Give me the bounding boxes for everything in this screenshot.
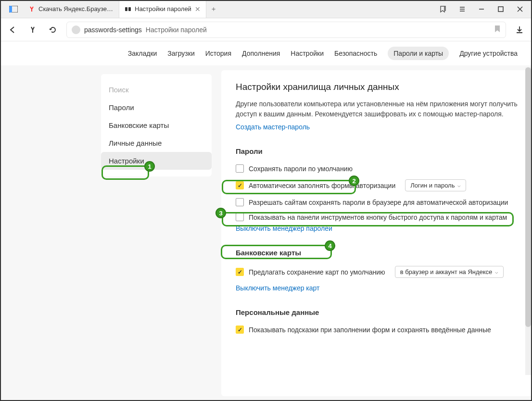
description-text: Другие пользователи компьютера или устан… xyxy=(236,99,518,119)
option-autofill[interactable]: Автоматически заполнять формы авторизаци… xyxy=(236,176,518,195)
sidebar-item-passwords[interactable]: Пароли xyxy=(101,99,212,116)
yandex-icon xyxy=(28,5,36,13)
nav-other-devices[interactable]: Другие устройства xyxy=(459,50,518,57)
tab-password-settings[interactable]: Настройки паролей ✕ xyxy=(119,0,206,18)
sidebar-toggle-icon[interactable] xyxy=(8,3,19,15)
sidebar-item-personal[interactable]: Личные данные xyxy=(101,134,212,152)
sidebar-item-label: Настройки xyxy=(109,157,144,165)
checkbox-personal-hints[interactable] xyxy=(236,326,244,334)
nav-downloads[interactable]: Загрузки xyxy=(167,50,194,57)
nav-passwords-cards[interactable]: Пароли и карты xyxy=(388,47,449,60)
badge-4: 4 xyxy=(325,240,335,251)
new-tab-button[interactable]: ＋ xyxy=(206,0,221,18)
option-save-default[interactable]: Сохранять пароли по умолчанию xyxy=(236,161,518,176)
url-secondary: Настройки паролей xyxy=(146,26,207,34)
autofill-mode-dropdown[interactable]: Логин и пароль xyxy=(405,179,466,191)
reload-button[interactable] xyxy=(46,23,60,37)
settings-icon xyxy=(124,5,132,13)
option-label: Показывать на панели инструментов кнопку… xyxy=(249,213,507,221)
svg-rect-3 xyxy=(128,7,131,11)
globe-icon xyxy=(72,25,80,34)
option-show-toolbar[interactable]: Показывать на панели инструментов кнопку… xyxy=(236,210,518,225)
checkbox-autofill[interactable] xyxy=(236,181,244,189)
menu-icon[interactable] xyxy=(457,4,467,14)
sidebar-item-settings[interactable]: Настройки xyxy=(101,152,212,170)
badge-3: 3 xyxy=(215,208,226,218)
tab-yandex-download[interactable]: Скачать Яндекс.Браузер д xyxy=(23,0,119,18)
address-field[interactable]: passwords-settings Настройки паролей xyxy=(66,22,506,38)
checkbox-save-default[interactable] xyxy=(236,164,244,173)
page-title: Настройки хранилища личных данных xyxy=(236,82,518,92)
maximize-button[interactable] xyxy=(496,4,506,14)
option-personal-hints[interactable]: Показывать подсказки при заполнении форм… xyxy=(236,322,518,337)
cards-mode-dropdown[interactable]: в браузер и аккаунт на Яндексе xyxy=(395,266,504,278)
option-label: Предлагать сохранение карт по умолчанию xyxy=(249,268,385,276)
badge-2: 2 xyxy=(349,175,359,186)
minimize-button[interactable] xyxy=(477,4,486,14)
checkbox-allow-sites[interactable] xyxy=(236,198,244,206)
svg-rect-2 xyxy=(125,7,127,11)
sidebar: Поиск Пароли Банковские карты Личные дан… xyxy=(101,74,212,176)
close-icon[interactable]: ✕ xyxy=(194,6,201,13)
back-button[interactable] xyxy=(6,23,19,37)
section-cards: Банковские карты xyxy=(236,249,518,257)
section-personal: Персональные данные xyxy=(236,308,518,316)
nav-history[interactable]: История xyxy=(205,50,231,57)
nav-settings[interactable]: Настройки xyxy=(291,50,324,57)
option-label: Показывать подсказки при заполнении форм… xyxy=(249,326,491,334)
option-label: Разрешать сайтам сохранять пароли в брау… xyxy=(249,199,508,206)
disable-cards-manager-link[interactable]: Выключить менеджер карт xyxy=(236,284,319,292)
main-panel: Настройки хранилища личных данных Другие… xyxy=(221,70,532,396)
nav-security[interactable]: Безопасность xyxy=(334,50,377,57)
tab-label: Настройки паролей xyxy=(135,5,191,13)
tab-label: Скачать Яндекс.Браузер д xyxy=(38,5,114,13)
nav-bookmarks[interactable]: Закладки xyxy=(128,50,157,57)
checkbox-cards-save[interactable] xyxy=(236,268,244,276)
url-primary: passwords-settings xyxy=(84,26,142,34)
option-label: Сохранять пароли по умолчанию xyxy=(249,165,353,173)
sidebar-item-cards[interactable]: Банковские карты xyxy=(101,116,212,134)
yandex-logo-icon[interactable] xyxy=(26,23,39,37)
close-button[interactable] xyxy=(515,4,525,14)
bookmark-icon[interactable] xyxy=(438,4,448,14)
scroll-thumb[interactable] xyxy=(525,67,531,327)
svg-rect-8 xyxy=(498,7,503,12)
bookmark-page-icon[interactable] xyxy=(494,25,501,34)
svg-rect-1 xyxy=(9,6,12,13)
page-nav: Закладки Загрузки История Дополнения Нас… xyxy=(0,41,532,65)
checkbox-show-toolbar[interactable] xyxy=(236,213,244,221)
option-cards-save[interactable]: Предлагать сохранение карт по умолчанию … xyxy=(236,263,518,281)
section-passwords: Пароли xyxy=(236,147,518,155)
create-master-password-link[interactable]: Создать мастер-пароль xyxy=(236,123,310,131)
option-allow-sites[interactable]: Разрешать сайтам сохранять пароли в брау… xyxy=(236,195,518,210)
scrollbar[interactable] xyxy=(525,67,531,375)
disable-password-manager-link[interactable]: Выключить менеджер паролей xyxy=(236,225,332,232)
sidebar-search[interactable]: Поиск xyxy=(101,81,212,99)
nav-addons[interactable]: Дополнения xyxy=(242,50,280,57)
option-label: Автоматически заполнять формы авторизаци… xyxy=(249,182,395,189)
badge-1: 1 xyxy=(144,161,155,172)
download-button[interactable] xyxy=(513,23,526,37)
